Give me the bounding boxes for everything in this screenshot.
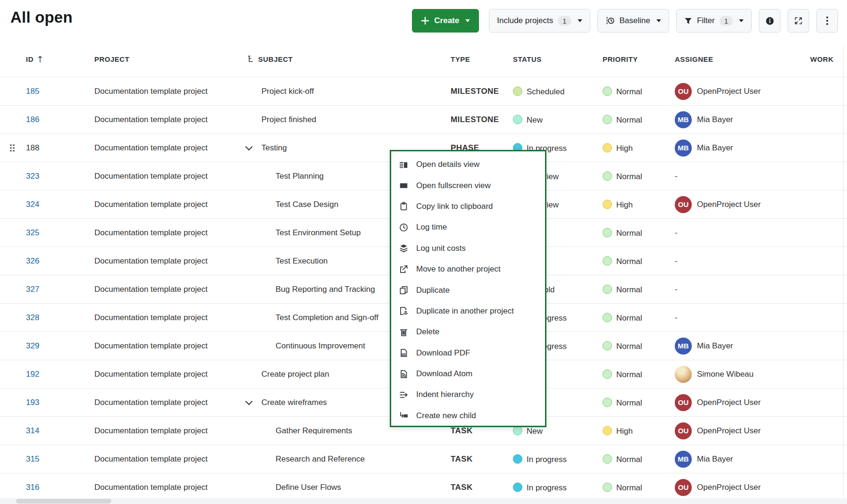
subject-cell[interactable]: Bug Reporting and Tracking bbox=[276, 285, 375, 294]
assignee-cell[interactable]: MB Mia Bayer bbox=[675, 111, 733, 128]
status-cell[interactable]: New bbox=[513, 115, 543, 124]
more-menu-button[interactable] bbox=[816, 9, 838, 33]
status-cell[interactable]: New bbox=[513, 426, 543, 436]
table-row[interactable]: 186 Documentation template project Proje… bbox=[0, 106, 847, 134]
project-cell[interactable]: Documentation template project bbox=[94, 398, 208, 407]
subject-cell[interactable]: Project finished bbox=[261, 115, 316, 124]
subject-cell[interactable]: Create project plan bbox=[261, 370, 329, 379]
subject-cell[interactable]: Test Planning bbox=[276, 172, 324, 181]
column-header-id[interactable]: ID bbox=[26, 45, 43, 73]
project-cell[interactable]: Documentation template project bbox=[94, 313, 208, 322]
filter-button[interactable]: Filter 1 bbox=[676, 9, 752, 33]
priority-cell[interactable]: High bbox=[603, 143, 633, 153]
priority-cell[interactable]: Normal bbox=[603, 341, 642, 351]
work-package-id-link[interactable]: 323 bbox=[26, 172, 39, 181]
column-header-status[interactable]: STATUS bbox=[513, 45, 542, 73]
work-package-id-link[interactable]: 316 bbox=[26, 483, 39, 492]
work-package-id-link[interactable]: 188 bbox=[26, 143, 39, 152]
table-row[interactable]: 315 Documentation template project Resea… bbox=[0, 445, 847, 473]
menu-item-download-atom[interactable]: Download Atom bbox=[391, 364, 545, 384]
subject-cell[interactable]: Research and Reference bbox=[276, 454, 365, 464]
type-cell[interactable]: TASK bbox=[451, 483, 473, 492]
project-cell[interactable]: Documentation template project bbox=[94, 228, 208, 238]
assignee-cell[interactable]: OU OpenProject User bbox=[675, 394, 761, 411]
table-row[interactable]: 185 Documentation template project Proje… bbox=[0, 77, 847, 106]
project-cell[interactable]: Documentation template project bbox=[94, 143, 208, 153]
type-cell[interactable]: MILESTONE bbox=[451, 115, 499, 124]
project-cell[interactable]: Documentation template project bbox=[94, 87, 208, 96]
assignee-cell[interactable]: - bbox=[675, 285, 678, 294]
assignee-cell[interactable]: OU OpenProject User bbox=[675, 422, 761, 439]
priority-cell[interactable]: High bbox=[603, 426, 633, 436]
subject-cell[interactable]: Test Case Design bbox=[276, 200, 338, 209]
fullscreen-button[interactable] bbox=[788, 9, 809, 33]
work-package-id-link[interactable]: 324 bbox=[26, 200, 39, 209]
assignee-cell[interactable]: MB Mia Bayer bbox=[675, 140, 733, 157]
priority-cell[interactable]: Normal bbox=[603, 369, 642, 379]
assignee-cell[interactable]: - bbox=[675, 313, 678, 322]
project-cell[interactable]: Documentation template project bbox=[94, 370, 208, 379]
subject-cell[interactable]: Continuous Improvement bbox=[276, 341, 365, 351]
menu-item-duplicate[interactable]: Duplicate bbox=[391, 280, 545, 300]
menu-item-duplicate-other-project[interactable]: Duplicate in another project bbox=[391, 301, 545, 322]
menu-item-open-fullscreen-view[interactable]: Open fullscreen view bbox=[391, 175, 545, 196]
subject-cell[interactable]: Test Environment Setup bbox=[276, 228, 361, 238]
work-package-id-link[interactable]: 192 bbox=[26, 370, 39, 379]
priority-cell[interactable]: High bbox=[603, 199, 633, 209]
include-projects-button[interactable]: Include projects 1 bbox=[489, 9, 590, 33]
project-cell[interactable]: Documentation template project bbox=[94, 172, 208, 181]
subject-cell[interactable]: Testing bbox=[261, 143, 287, 153]
collapse-chevron-icon[interactable] bbox=[245, 143, 253, 150]
project-cell[interactable]: Documentation template project bbox=[94, 200, 208, 209]
project-cell[interactable]: Documentation template project bbox=[94, 454, 208, 464]
subject-cell[interactable]: Test Execution bbox=[276, 256, 328, 266]
type-cell[interactable]: TASK bbox=[451, 426, 473, 436]
subject-cell[interactable]: Gather Requirements bbox=[276, 426, 352, 436]
work-package-id-link[interactable]: 328 bbox=[26, 313, 39, 322]
menu-item-log-time[interactable]: Log time bbox=[391, 217, 545, 238]
project-cell[interactable]: Documentation template project bbox=[94, 426, 208, 436]
menu-item-indent-hierarchy[interactable]: Indent hierarchy bbox=[391, 384, 545, 405]
horizontal-scrollbar-thumb[interactable] bbox=[16, 499, 111, 504]
menu-item-open-details-view[interactable]: Open details view bbox=[391, 154, 545, 175]
baseline-button[interactable]: Baseline bbox=[597, 9, 669, 33]
priority-cell[interactable]: Normal bbox=[603, 228, 642, 238]
column-header-priority[interactable]: PRIORITY bbox=[603, 45, 638, 73]
menu-item-move-to-project[interactable]: Move to another project bbox=[391, 259, 545, 280]
priority-cell[interactable]: Normal bbox=[603, 256, 642, 266]
column-header-type[interactable]: TYPE bbox=[451, 45, 470, 73]
subject-cell[interactable]: Define User Flows bbox=[276, 483, 341, 492]
project-cell[interactable]: Documentation template project bbox=[94, 256, 208, 266]
subject-cell[interactable]: Test Completion and Sign-off bbox=[276, 313, 378, 322]
work-package-id-link[interactable]: 329 bbox=[26, 341, 39, 350]
project-cell[interactable]: Documentation template project bbox=[94, 483, 208, 492]
work-package-id-link[interactable]: 193 bbox=[26, 398, 39, 407]
priority-cell[interactable]: Normal bbox=[603, 397, 642, 407]
work-package-id-link[interactable]: 314 bbox=[26, 426, 39, 435]
status-cell[interactable]: In progress bbox=[513, 482, 567, 492]
priority-cell[interactable]: Normal bbox=[603, 284, 642, 294]
priority-cell[interactable]: Normal bbox=[603, 115, 642, 124]
assignee-cell[interactable]: MB Mia Bayer bbox=[675, 338, 733, 355]
menu-item-create-new-child[interactable]: Create new child bbox=[391, 405, 545, 426]
project-cell[interactable]: Documentation template project bbox=[94, 115, 208, 124]
project-cell[interactable]: Documentation template project bbox=[94, 341, 208, 351]
assignee-cell[interactable]: - bbox=[675, 172, 678, 181]
assignee-cell[interactable]: - bbox=[675, 256, 678, 266]
column-header-subject[interactable]: SUBJECT bbox=[247, 45, 293, 73]
type-cell[interactable]: MILESTONE bbox=[451, 87, 499, 96]
status-cell[interactable]: In progress bbox=[513, 454, 567, 464]
menu-item-log-unit-costs[interactable]: Log unit costs bbox=[391, 238, 545, 259]
assignee-cell[interactable]: Simone Wibeau bbox=[675, 366, 754, 383]
type-cell[interactable]: TASK bbox=[451, 454, 473, 464]
assignee-cell[interactable]: OU OpenProject User bbox=[675, 479, 761, 496]
drag-handle-icon[interactable] bbox=[10, 144, 15, 152]
column-header-assignee[interactable]: ASSIGNEE bbox=[675, 45, 713, 73]
priority-cell[interactable]: Normal bbox=[603, 171, 642, 181]
menu-item-download-pdf[interactable]: PDF Download PDF bbox=[391, 343, 545, 364]
work-package-id-link[interactable]: 325 bbox=[26, 228, 39, 237]
assignee-cell[interactable]: MB Mia Bayer bbox=[675, 451, 733, 468]
subject-cell[interactable]: Project kick-off bbox=[261, 87, 314, 96]
priority-cell[interactable]: Normal bbox=[603, 454, 642, 464]
table-row[interactable]: 316 Documentation template project Defin… bbox=[0, 473, 847, 502]
